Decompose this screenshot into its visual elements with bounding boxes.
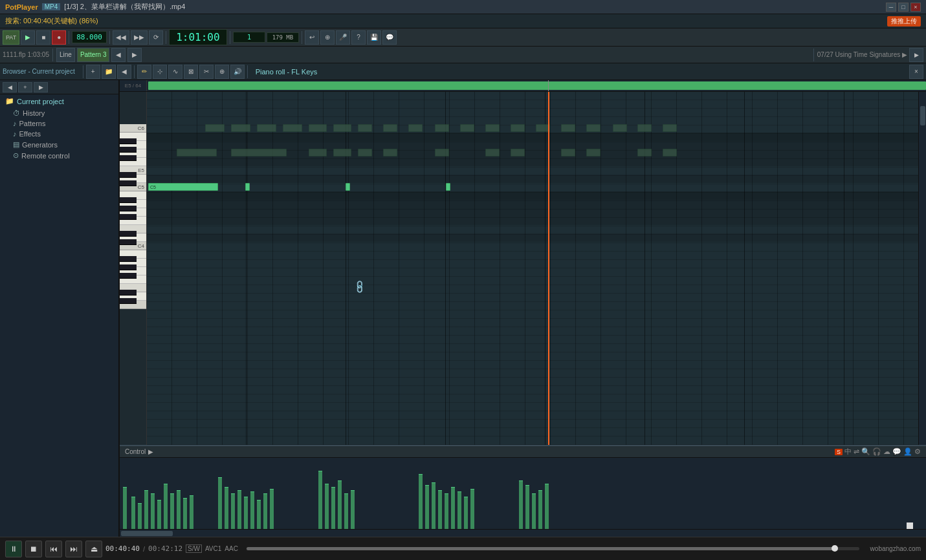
mic-btn[interactable]: 🎤 bbox=[336, 30, 350, 45]
record-button[interactable]: ● bbox=[52, 30, 66, 45]
patterns-icon: ♪ bbox=[13, 120, 17, 127]
sidebar-item-effects[interactable]: ♪ Effects bbox=[0, 129, 118, 139]
rewind-btn[interactable]: ◀◀ bbox=[113, 30, 129, 45]
current-time: 00:40:40 bbox=[105, 544, 140, 553]
win-minimize[interactable]: ─ bbox=[886, 3, 896, 12]
pr-back-btn[interactable]: ◀ bbox=[117, 65, 131, 79]
vel-bar-9 bbox=[177, 490, 181, 529]
note-c6-16 bbox=[586, 124, 601, 132]
app-name: PotPlayer bbox=[5, 3, 38, 11]
browser-panel: ◀ + ▶ 📁 Current project ⏱ History ♪ Patt… bbox=[0, 80, 120, 537]
key-eb3[interactable] bbox=[120, 290, 137, 296]
br-back-btn[interactable]: ◀ bbox=[3, 82, 17, 92]
undo-btn[interactable]: ↩ bbox=[305, 30, 319, 45]
vel-bar-16 bbox=[244, 497, 248, 529]
pr-speaker-btn[interactable]: 🔊 bbox=[230, 65, 245, 79]
v-scrollbar[interactable] bbox=[918, 92, 926, 445]
time-display: 1:01:00 bbox=[169, 29, 227, 45]
numerator-display[interactable]: 1 bbox=[233, 32, 265, 43]
br-fwd-btn[interactable]: ▶ bbox=[34, 82, 48, 92]
h-scrollbar[interactable] bbox=[120, 529, 926, 537]
vel-bar-40 bbox=[545, 484, 549, 529]
stop-button[interactable]: ■ bbox=[36, 30, 50, 45]
pat-button[interactable]: PAT bbox=[3, 30, 19, 45]
key-ab3[interactable] bbox=[120, 264, 137, 270]
note-c6-17 bbox=[613, 124, 627, 132]
hint-next-btn[interactable]: ▶ bbox=[909, 48, 923, 62]
loop-btn[interactable]: ⟳ bbox=[149, 30, 163, 45]
pr-close-btn[interactable]: × bbox=[909, 65, 923, 79]
vel-bar-24 bbox=[338, 480, 342, 529]
key-db4[interactable] bbox=[120, 239, 137, 245]
secondary-toolbar: 1111.flp 1:03:05 Line Pattern 3 ◀ ▶ 07/2… bbox=[0, 47, 926, 63]
pr-folder-btn[interactable]: 📁 bbox=[102, 65, 116, 79]
win-maximize[interactable]: □ bbox=[898, 3, 909, 12]
key-gb4[interactable] bbox=[120, 214, 137, 220]
media-bar: ⏸ ⏹ ⏮ ⏭ ⏏ 00:40:40 / 00:42:12 S/W AVC1 A… bbox=[0, 537, 926, 560]
key-black-gb5[interactable] bbox=[120, 155, 137, 161]
pr-slice-btn[interactable]: ✂ bbox=[199, 65, 214, 79]
sidebar-item-patterns[interactable]: ♪ Patterns bbox=[0, 118, 118, 129]
sidebar-item-generators[interactable]: ▤ Generators bbox=[0, 139, 118, 150]
progress-dot[interactable] bbox=[832, 545, 838, 552]
history-icon: ⏱ bbox=[13, 109, 20, 117]
search-text: 搜索: 00:40:40(关键帧) (86%) bbox=[5, 16, 98, 26]
pr-erase-btn[interactable]: ⊠ bbox=[184, 65, 198, 79]
note-c5-short-3 bbox=[446, 183, 450, 191]
pr-select-btn[interactable]: ⊹ bbox=[153, 65, 167, 79]
bpm-display[interactable]: 88.000 bbox=[72, 31, 107, 43]
stop-btn[interactable]: ⏹ bbox=[25, 541, 42, 557]
control-expand[interactable]: ▶ bbox=[148, 448, 153, 455]
control-header: Control ▶ S 中 ⇌ 🔍 🎧 ☁ 💬 👤 ⚙ bbox=[120, 446, 926, 458]
vel-bar-14 bbox=[231, 493, 235, 529]
sidebar-item-history[interactable]: ⏱ History bbox=[0, 108, 118, 118]
key-ab4[interactable] bbox=[120, 206, 137, 211]
pattern-nav-prev[interactable]: ◀ bbox=[111, 48, 126, 62]
key-black-bb4[interactable] bbox=[120, 197, 137, 203]
current-project-header[interactable]: 📁 Current project bbox=[0, 94, 118, 108]
potplayer-extra-btn[interactable]: 推推上传 bbox=[887, 16, 921, 27]
play-button[interactable]: ▶ bbox=[21, 30, 35, 45]
key-eb4[interactable] bbox=[120, 231, 137, 237]
key-db3[interactable] bbox=[120, 298, 137, 304]
pr-add-btn[interactable]: + bbox=[86, 65, 100, 79]
pattern-selector[interactable]: Pattern 3 bbox=[77, 48, 110, 62]
piano-roll-title: Piano roll - FL Keys bbox=[250, 68, 323, 76]
key-black-ab5[interactable] bbox=[120, 147, 137, 153]
duration-label: 1:03:05 bbox=[28, 51, 49, 58]
key-black-eb5[interactable] bbox=[120, 172, 137, 178]
next-btn[interactable]: ⏭ bbox=[65, 541, 82, 557]
play-pause-btn[interactable]: ⏸ bbox=[5, 541, 22, 557]
note-c6-4 bbox=[283, 124, 302, 132]
br-new-btn[interactable]: + bbox=[18, 82, 32, 92]
note-b5-4 bbox=[333, 149, 351, 156]
win-close[interactable]: × bbox=[910, 3, 921, 12]
note-b5-1 bbox=[177, 149, 217, 156]
note-b5-8 bbox=[485, 149, 500, 156]
sidebar-item-remote[interactable]: ⊙ Remote control bbox=[0, 150, 118, 161]
main-toolbar: PAT ▶ ■ ● 88.000 ◀◀ ▶▶ ⟳ 1:01:00 1 179 M… bbox=[0, 28, 926, 47]
metronome-btn[interactable]: ⊕ bbox=[320, 30, 335, 45]
prev-btn[interactable]: ⏮ bbox=[45, 541, 62, 557]
save-btn[interactable]: 💾 bbox=[367, 30, 381, 45]
key-gb3[interactable] bbox=[120, 273, 137, 279]
timeline-ruler: E5 / 64 bbox=[120, 80, 926, 92]
vel-bar-20 bbox=[270, 489, 274, 529]
key-row[interactable]: C6 bbox=[120, 124, 146, 133]
vel-bar-10 bbox=[183, 498, 187, 529]
sougou-icon: S bbox=[835, 449, 843, 455]
eject-btn[interactable]: ⏏ bbox=[85, 541, 102, 557]
key-bb3[interactable] bbox=[120, 256, 137, 262]
pattern-nav-next[interactable]: ▶ bbox=[127, 48, 142, 62]
hint-btn[interactable]: 💬 bbox=[382, 30, 397, 45]
line-selector[interactable]: Line bbox=[56, 48, 75, 62]
key-black-bb5[interactable] bbox=[120, 138, 137, 144]
note-c6-7 bbox=[358, 124, 372, 132]
pr-zoom-btn[interactable]: ⊕ bbox=[215, 65, 229, 79]
fastforward-btn[interactable]: ▶▶ bbox=[131, 30, 148, 45]
progress-container[interactable] bbox=[247, 547, 859, 550]
help-btn[interactable]: ? bbox=[351, 30, 366, 45]
pr-paint-btn[interactable]: ∿ bbox=[168, 65, 182, 79]
key-black-db5[interactable] bbox=[120, 180, 137, 186]
pr-pencil-btn[interactable]: ✏ bbox=[137, 65, 151, 79]
